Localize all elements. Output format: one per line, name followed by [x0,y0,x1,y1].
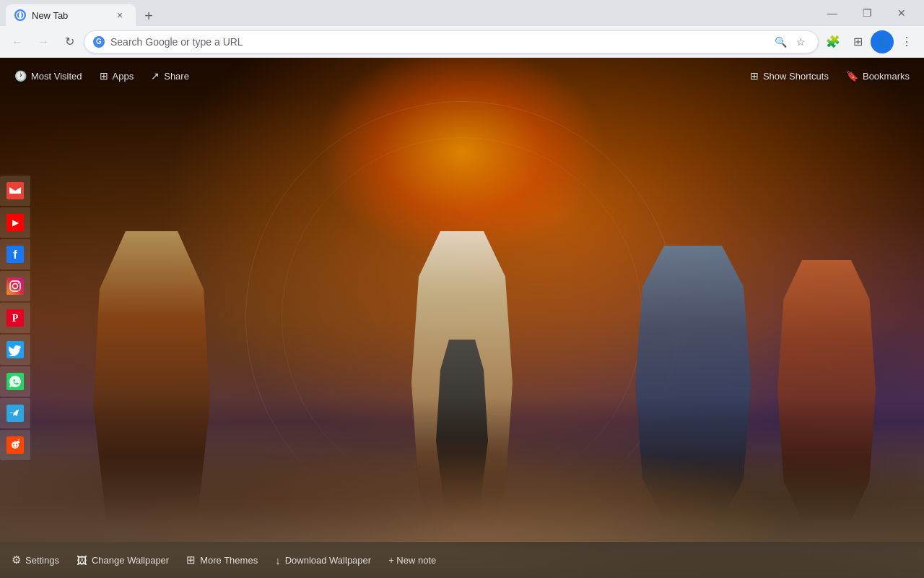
tab-favicon [14,9,26,21]
shortcuts-icon: ⊞ [750,70,759,82]
change-wallpaper-label: Change Wallpaper [92,555,169,566]
bookmarks-label: Bookmarks [863,71,910,82]
sidebar-icon-pinterest[interactable]: P [0,303,30,333]
svg-rect-7 [6,277,24,295]
back-button[interactable]: ← [6,30,29,53]
sidebar-icon-reddit[interactable] [0,430,30,460]
settings-label: Settings [25,555,59,566]
new-tab-page: 🕐 Most Visited ⊞ Apps ↗ Share ⊞ Show Sho… [0,58,924,578]
bookmark-star-icon[interactable]: ☆ [792,33,809,51]
minimize-button[interactable]: — [816,1,849,25]
svg-point-10 [18,282,19,284]
change-wallpaper-button[interactable]: 🖼 Change Wallpaper [77,554,169,566]
omnibox-text: Search Google or type a URL [110,36,766,48]
svg-text:f: f [13,249,17,261]
bottom-bar: ⚙ Settings 🖼 Change Wallpaper ⊞ More The… [0,542,924,578]
new-note-button[interactable]: + New note [388,555,436,566]
bookmarks-nav[interactable]: 🔖 Bookmarks [846,70,910,82]
search-icon[interactable]: 🔍 [772,33,789,51]
svg-text:P: P [12,313,19,324]
omnibox[interactable]: G Search Google or type a URL 🔍 ☆ [84,30,819,53]
character-left [87,231,217,520]
sidebar-icon-instagram[interactable] [0,271,30,301]
active-tab[interactable]: New Tab × [6,4,136,26]
nav-right: ⊞ Show Shortcuts 🔖 Bookmarks [750,70,910,82]
left-sidebar: ▶ f [0,176,30,460]
most-visited-icon: 🕐 [14,70,27,82]
title-bar: New Tab × + — ❐ ✕ [0,0,924,26]
more-themes-button[interactable]: ⊞ More Themes [186,553,258,566]
forward-button[interactable]: → [32,30,55,53]
close-button[interactable]: ✕ [885,1,918,25]
sidebar-icon-twitter[interactable] [0,335,30,365]
omnibox-icons: 🔍 ☆ [772,33,809,51]
svg-rect-1 [6,182,24,199]
character-front [419,340,505,542]
apps-nav[interactable]: ⊞ Apps [100,70,134,82]
most-visited-label: Most Visited [31,71,82,82]
most-visited-nav[interactable]: 🕐 Most Visited [14,70,82,82]
show-shortcuts-nav[interactable]: ⊞ Show Shortcuts [750,70,829,82]
download-icon: ↓ [275,554,281,566]
extensions-button[interactable]: 🧩 [821,30,845,53]
toolbar: ← → ↻ G Search Google or type a URL 🔍 ☆ … [0,26,924,58]
change-wallpaper-icon: 🖼 [77,554,87,566]
browser-chrome: New Tab × + — ❐ ✕ ← → ↻ G Search Google … [0,0,924,58]
character-right-1 [621,246,765,520]
layout-button[interactable]: ⊞ [846,30,869,53]
google-logo: G [93,36,105,48]
bookmarks-icon: 🔖 [846,70,858,82]
tab-title: New Tab [32,10,107,21]
svg-point-18 [13,444,14,446]
new-note-label: + New note [388,555,436,566]
apps-label: Apps [113,71,134,82]
settings-icon: ⚙ [12,553,21,566]
sidebar-icon-facebook[interactable]: f [0,239,30,269]
top-nav: 🕐 Most Visited ⊞ Apps ↗ Share ⊞ Show Sho… [0,58,924,94]
more-themes-icon: ⊞ [186,553,196,566]
new-tab-button[interactable]: + [139,6,159,26]
share-label: Share [164,71,189,82]
window-controls: — ❐ ✕ [816,1,918,25]
toolbar-actions: 🧩 ⊞ 👤 ⋮ [821,30,918,53]
sidebar-icon-youtube[interactable]: ▶ [0,207,30,238]
show-shortcuts-label: Show Shortcuts [763,71,829,82]
download-wallpaper-button[interactable]: ↓ Download Wallpaper [275,554,371,566]
settings-button[interactable]: ⚙ Settings [12,553,59,566]
menu-button[interactable]: ⋮ [895,30,918,53]
download-wallpaper-label: Download Wallpaper [285,555,371,566]
tab-close-btn[interactable]: × [113,8,127,22]
background [0,58,924,578]
tab-strip: New Tab × + [6,0,813,26]
sidebar-icon-whatsapp[interactable] [0,366,30,397]
apps-icon: ⊞ [100,70,108,82]
reload-button[interactable]: ↻ [58,30,81,53]
sidebar-icon-telegram[interactable] [0,398,30,428]
maximize-button[interactable]: ❐ [850,1,884,25]
share-nav[interactable]: ↗ Share [151,70,189,82]
character-right-2 [765,260,888,520]
sidebar-icon-gmail[interactable] [0,176,30,206]
more-themes-label: More Themes [200,555,258,566]
svg-point-21 [19,441,20,442]
svg-point-19 [16,444,17,446]
profile-button[interactable]: 👤 [871,30,894,53]
share-icon: ↗ [151,70,160,82]
